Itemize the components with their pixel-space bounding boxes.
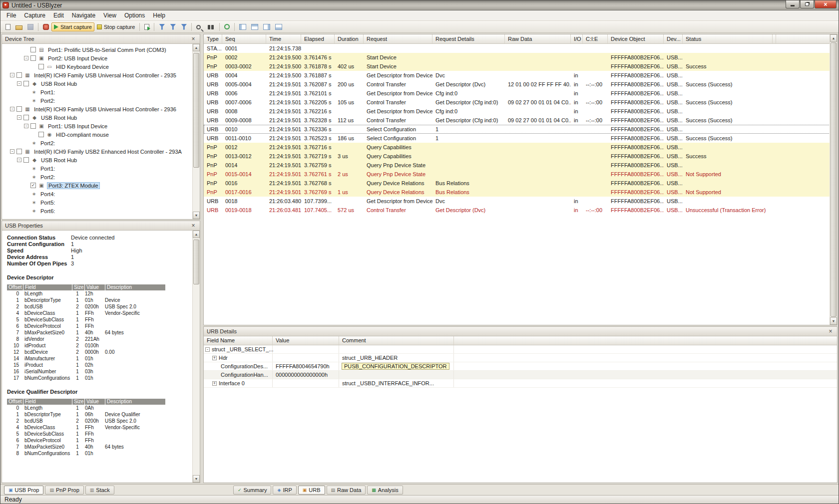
capture-col-header[interactable]: Duration bbox=[335, 34, 364, 43]
capture-row[interactable]: URB 0011-0010 21:24:19.501 3.762523 s 18… bbox=[204, 134, 837, 143]
tree-item[interactable]: - ▣ Port2: USB Input Device bbox=[4, 54, 191, 62]
tree-checkbox[interactable] bbox=[30, 123, 36, 129]
find-button[interactable] bbox=[194, 23, 205, 31]
capture-row[interactable]: PnP 0002 21:24:19.500 3.761476 s Start D… bbox=[204, 53, 837, 62]
tree-checkbox[interactable] bbox=[23, 157, 29, 163]
urb-col-header[interactable]: Comment bbox=[339, 336, 454, 345]
tree-item[interactable]: ∗ Port1: bbox=[4, 88, 191, 96]
start-capture-button[interactable]: Start capture bbox=[51, 22, 94, 31]
capture-row[interactable]: URB 0004 21:24:19.500 3.761887 s Get Des… bbox=[204, 71, 837, 80]
tree-expander-icon[interactable]: - bbox=[10, 73, 14, 77]
tree-expander-icon[interactable]: - bbox=[24, 124, 28, 128]
tree-checkbox[interactable] bbox=[30, 47, 36, 52]
tree-item[interactable]: ∗ Port6: bbox=[4, 207, 191, 215]
tree-item[interactable]: ◉ HID-compliant mouse bbox=[4, 130, 191, 139]
capture-row[interactable]: URB 0010 21:24:19.501 3.762336 s Select … bbox=[204, 125, 837, 134]
right-panel-tab[interactable]: ✓ Summary bbox=[233, 486, 272, 495]
search-button[interactable] bbox=[205, 22, 217, 31]
layout-top-button[interactable] bbox=[249, 22, 261, 31]
tree-item[interactable]: ▤ Port1: Prolific USB-to-Serial Comm Por… bbox=[4, 45, 191, 54]
tree-item[interactable]: - ◆ USB Root Hub bbox=[4, 79, 191, 88]
left-panel-tab[interactable]: ▤ PnP Prop bbox=[45, 486, 83, 495]
save-button[interactable] bbox=[25, 22, 36, 31]
tree-checkbox[interactable] bbox=[38, 132, 44, 137]
tree-item[interactable]: ∗ Port2: bbox=[4, 139, 191, 147]
scroll-thumb[interactable] bbox=[193, 240, 199, 284]
scroll-up-icon[interactable] bbox=[193, 44, 200, 51]
tree-checkbox[interactable] bbox=[23, 115, 29, 120]
urb-expander-icon[interactable]: + bbox=[212, 381, 217, 386]
tree-checkbox[interactable] bbox=[38, 64, 44, 69]
menu-item[interactable]: File bbox=[2, 10, 20, 20]
filter-remove-button[interactable] bbox=[167, 22, 178, 31]
capture-row[interactable]: PnP 0017-0016 21:24:19.501 3.762769 s 1 … bbox=[204, 188, 837, 197]
right-panel-tab[interactable]: ▩ Analysis bbox=[367, 486, 403, 495]
tree-expander-icon[interactable]: - bbox=[17, 115, 21, 120]
right-panel-tab[interactable]: ◈ IRP bbox=[273, 486, 296, 495]
capture-col-header[interactable]: Status bbox=[683, 34, 773, 43]
capture-row[interactable]: STA... 0001 21:24:15.738 bbox=[204, 44, 837, 53]
urb-col-header[interactable]: Value bbox=[273, 336, 339, 345]
capture-row[interactable]: PnP 0016 21:24:19.501 3.762768 s Query D… bbox=[204, 179, 837, 188]
capture-col-header[interactable]: I/O bbox=[571, 34, 583, 43]
device-tree-scrollbar[interactable] bbox=[192, 44, 200, 219]
menu-item[interactable]: Navigate bbox=[68, 10, 99, 20]
tree-expander-icon[interactable]: - bbox=[17, 81, 21, 86]
close-panel-icon[interactable] bbox=[827, 328, 834, 334]
tree-item[interactable]: ∗ Port2: bbox=[4, 173, 191, 181]
capture-row[interactable]: URB 0007-0006 21:24:19.501 3.762205 s 10… bbox=[204, 98, 837, 107]
close-panel-icon[interactable] bbox=[190, 36, 197, 42]
minimize-button[interactable] bbox=[786, 0, 800, 8]
capture-col-header[interactable]: Request Details bbox=[432, 34, 505, 43]
usb-device-button[interactable] bbox=[40, 22, 51, 31]
right-panel-tab[interactable]: ▤ Raw Data bbox=[327, 486, 366, 495]
tree-item[interactable]: - ▦ Intel(R) ICH9 Family USB2 Enhanced H… bbox=[4, 147, 191, 156]
capture-row[interactable]: URB 0008 21:24:19.501 3.762216 s Get Des… bbox=[204, 107, 837, 116]
urb-expander-icon[interactable]: + bbox=[212, 356, 217, 360]
scroll-up-icon[interactable] bbox=[193, 231, 200, 238]
tree-item[interactable]: ∗ Port2: bbox=[4, 96, 191, 105]
capture-row[interactable]: URB 0009-0008 21:24:19.501 3.762328 s 11… bbox=[204, 116, 837, 125]
capture-row[interactable]: URB 0018 21:26:03.480 107.7399... Get De… bbox=[204, 197, 837, 206]
capture-row[interactable]: URB 0019-0018 21:26:03.481 107.7405... 5… bbox=[204, 206, 837, 215]
capture-col-header[interactable]: Elapsed bbox=[301, 34, 335, 43]
capture-row[interactable]: PnP 0014 21:24:19.501 3.762759 s Query P… bbox=[204, 161, 837, 170]
close-panel-icon[interactable] bbox=[190, 223, 197, 229]
tree-item[interactable]: - ▦ Intel(R) ICH9 Family USB Universal H… bbox=[4, 105, 191, 113]
tree-expander-icon[interactable]: - bbox=[17, 158, 21, 162]
close-button[interactable]: × bbox=[815, 0, 837, 8]
capture-row[interactable]: PnP 0015-0014 21:24:19.501 3.762761 s 2 … bbox=[204, 170, 837, 179]
menu-item[interactable]: Edit bbox=[49, 10, 68, 20]
urb-detail-row[interactable]: + Interface 0 struct _USBD_INTERFACE_INF… bbox=[204, 379, 837, 388]
menu-item[interactable]: View bbox=[99, 10, 120, 20]
tree-item[interactable]: ∗ Port5: bbox=[4, 198, 191, 207]
scroll-thumb[interactable] bbox=[831, 42, 837, 317]
urb-detail-row[interactable]: ConfigurationDes... FFFFFA8004654790h PU… bbox=[204, 362, 837, 371]
capture-col-header[interactable]: Raw Data bbox=[505, 34, 571, 43]
left-panel-tab[interactable]: ▥ Stack bbox=[85, 486, 114, 495]
layout-left-button[interactable] bbox=[237, 22, 249, 31]
layout-right-button[interactable] bbox=[261, 22, 273, 31]
menu-item[interactable]: Capture bbox=[20, 10, 49, 20]
filter-edit-button[interactable] bbox=[178, 22, 189, 31]
capture-row[interactable]: PnP 0013-0012 21:24:19.501 3.762719 s 3 … bbox=[204, 152, 837, 161]
scroll-down-icon[interactable] bbox=[830, 317, 837, 325]
capture-col-header[interactable]: Device Object bbox=[608, 34, 664, 43]
capture-col-header[interactable]: Dev... bbox=[664, 34, 683, 43]
menu-item[interactable]: Help bbox=[149, 10, 169, 20]
usb-properties-scrollbar[interactable] bbox=[192, 231, 200, 483]
layout-bottom-button[interactable] bbox=[273, 22, 285, 31]
urb-detail-row[interactable]: - struct _URB_SELECT_... bbox=[204, 345, 837, 354]
tree-item[interactable]: ∗ Port1: bbox=[4, 164, 191, 173]
urb-col-header[interactable]: Field Name bbox=[204, 336, 273, 345]
scroll-up-icon[interactable] bbox=[830, 34, 837, 42]
tree-expander-icon[interactable]: - bbox=[10, 149, 14, 154]
capture-scrollbar[interactable] bbox=[830, 34, 837, 325]
capture-col-header[interactable]: Time bbox=[266, 34, 301, 43]
capture-row[interactable]: URB 0006 21:24:19.501 3.762101 s Get Des… bbox=[204, 89, 837, 98]
export-button[interactable] bbox=[142, 22, 152, 31]
tree-checkbox[interactable] bbox=[16, 72, 22, 78]
capture-col-header[interactable]: C:I:E bbox=[583, 34, 608, 43]
capture-row[interactable]: URB 0005-0004 21:24:19.501 3.762087 s 20… bbox=[204, 80, 837, 89]
open-file-button[interactable] bbox=[13, 22, 25, 31]
